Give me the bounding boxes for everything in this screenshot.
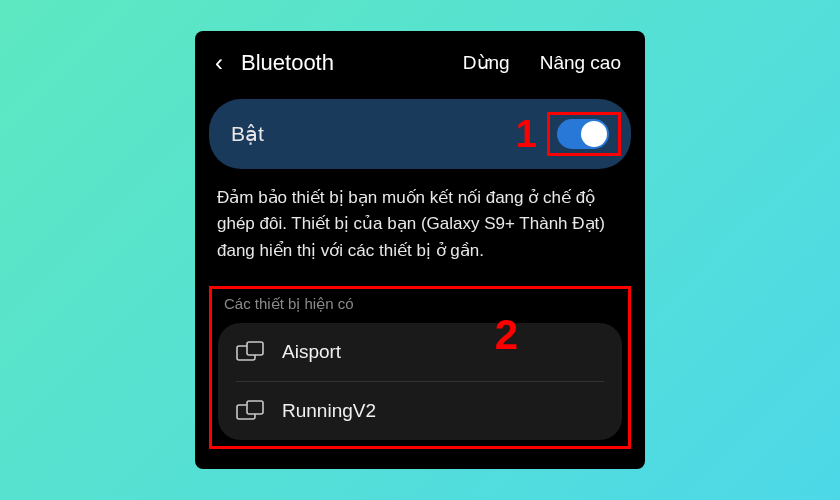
device-list: Aisport RunningV2 — [218, 323, 622, 440]
bluetooth-settings-screen: ‹ Bluetooth Dừng Nâng cao Bật 1 Đảm bảo … — [195, 31, 645, 469]
bluetooth-toggle-label: Bật — [231, 122, 264, 146]
device-item-aisport[interactable]: Aisport — [218, 323, 622, 381]
toggle-knob — [581, 121, 607, 147]
stop-button[interactable]: Dừng — [455, 51, 518, 74]
bluetooth-toggle[interactable] — [557, 119, 609, 149]
device-item-runningv2[interactable]: RunningV2 — [236, 381, 604, 440]
device-name: RunningV2 — [282, 400, 376, 422]
annotation-number-1: 1 — [516, 112, 537, 155]
bluetooth-toggle-row: Bật 1 — [209, 99, 631, 169]
page-title: Bluetooth — [241, 50, 441, 76]
svg-rect-3 — [247, 401, 263, 414]
header-bar: ‹ Bluetooth Dừng Nâng cao — [195, 43, 645, 93]
device-icon — [236, 400, 264, 422]
back-icon[interactable]: ‹ — [211, 49, 227, 77]
description-text: Đảm bảo thiết bị bạn muốn kết nối đang ở… — [195, 185, 645, 286]
available-devices-section: Các thiết bị hiện có Aisport — [209, 286, 631, 449]
advanced-button[interactable]: Nâng cao — [532, 52, 629, 74]
device-icon — [236, 341, 264, 363]
section-label: Các thiết bị hiện có — [218, 295, 622, 323]
svg-rect-1 — [247, 342, 263, 355]
device-name: Aisport — [282, 341, 341, 363]
